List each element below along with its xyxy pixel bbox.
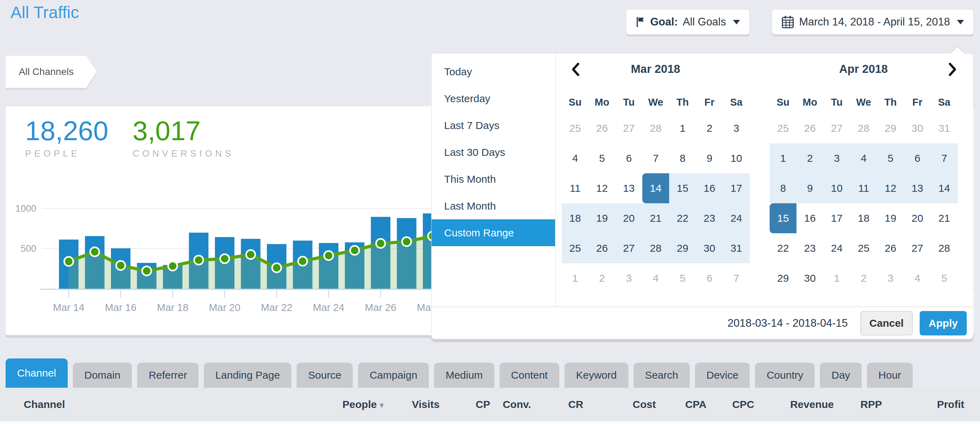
calendar-day[interactable]: 14	[931, 173, 958, 203]
column-cp[interactable]: CP	[439, 399, 490, 410]
column-header-cost[interactable]: Cost	[633, 399, 656, 410]
calendar-day[interactable]: 5	[877, 143, 904, 173]
calendar-day[interactable]: 13	[616, 173, 642, 203]
calendar-day[interactable]: 28	[931, 233, 958, 263]
column-header-visits[interactable]: Visits	[412, 399, 440, 410]
column-header-cr[interactable]: CR	[568, 399, 583, 410]
date-range-button[interactable]: March 14, 2018 - April 15, 2018	[772, 10, 974, 35]
preset-this-month[interactable]: This Month	[431, 166, 555, 192]
column-cr[interactable]: CR	[531, 399, 583, 410]
calendar-day[interactable]: 3	[616, 263, 642, 293]
calendar-day[interactable]: 31	[723, 233, 750, 263]
calendar-day[interactable]: 16	[797, 203, 823, 233]
tab-search[interactable]: Search	[633, 363, 690, 388]
preset-today[interactable]: Today	[431, 58, 555, 85]
calendar-day[interactable]: 20	[616, 203, 642, 233]
calendar-day[interactable]: 5	[669, 263, 696, 293]
calendar-day[interactable]: 5	[931, 263, 958, 293]
tab-hour[interactable]: Hour	[867, 363, 913, 388]
calendar-day[interactable]: 4	[904, 263, 931, 293]
cancel-button[interactable]: Cancel	[860, 311, 913, 335]
calendar-day[interactable]: 30	[904, 113, 931, 143]
calendar-day[interactable]: 2	[797, 143, 823, 173]
column-visits[interactable]: Visits	[384, 399, 439, 410]
calendar-day[interactable]: 8	[770, 173, 797, 203]
calendar-day[interactable]: 27	[616, 233, 642, 263]
tab-medium[interactable]: Medium	[434, 363, 494, 388]
calendar-day[interactable]: 31	[931, 113, 958, 143]
calendar-day[interactable]: 15	[669, 173, 696, 203]
calendar-day[interactable]: 29	[770, 263, 797, 293]
calendar-day[interactable]: 17	[823, 203, 850, 233]
column-revenue[interactable]: Revenue	[754, 399, 834, 410]
column-people[interactable]: People▾	[314, 399, 384, 410]
calendar-day[interactable]: 8	[669, 143, 696, 173]
tab-device[interactable]: Device	[695, 363, 750, 388]
calendar-day[interactable]: 9	[797, 173, 823, 203]
calendar-day[interactable]: 12	[589, 173, 616, 203]
calendar-day[interactable]: 2	[589, 263, 616, 293]
calendar-day[interactable]: 5	[589, 143, 616, 173]
calendar-day-selected[interactable]: 15	[770, 203, 797, 233]
column-cpc[interactable]: CPC	[706, 399, 754, 410]
calendar-day[interactable]: 29	[877, 113, 904, 143]
column-conv-[interactable]: Conv.	[490, 399, 531, 410]
calendar-day[interactable]: 21	[642, 203, 669, 233]
calendar-day[interactable]: 25	[562, 233, 589, 263]
column-header-channel[interactable]: Channel	[24, 399, 65, 410]
column-header-cpc[interactable]: CPC	[732, 399, 754, 410]
calendar-day[interactable]: 22	[770, 233, 797, 263]
calendar-day[interactable]: 11	[562, 173, 589, 203]
goal-selector-button[interactable]: Goal: All Goals	[626, 10, 749, 35]
calendar-day[interactable]: 27	[823, 113, 850, 143]
calendar-day[interactable]: 18	[850, 203, 877, 233]
tab-landing-page[interactable]: Landing Page	[204, 363, 291, 388]
preset-last-7-days[interactable]: Last 7 Days	[431, 112, 555, 139]
calendar-day[interactable]: 28	[642, 233, 669, 263]
calendar-day[interactable]: 26	[589, 113, 616, 143]
column-cpa[interactable]: CPA	[656, 399, 706, 410]
calendar-day[interactable]: 1	[669, 113, 696, 143]
calendar-day[interactable]: 7	[931, 143, 958, 173]
calendar-day[interactable]: 28	[850, 113, 877, 143]
column-header-profit[interactable]: Profit	[937, 399, 964, 410]
column-header-conv-[interactable]: Conv.	[503, 399, 531, 410]
calendar-day[interactable]: 2	[850, 263, 877, 293]
calendar-day[interactable]: 4	[642, 263, 669, 293]
tab-source[interactable]: Source	[296, 363, 353, 388]
calendar-day[interactable]: 25	[850, 233, 877, 263]
apply-button[interactable]: Apply	[920, 311, 967, 335]
column-rpp[interactable]: RPP	[834, 399, 882, 410]
calendar-day[interactable]: 19	[877, 203, 904, 233]
calendar-day[interactable]: 4	[850, 143, 877, 173]
tab-country[interactable]: Country	[755, 363, 815, 388]
calendar-day[interactable]: 4	[562, 143, 589, 173]
calendar-day[interactable]: 1	[770, 143, 797, 173]
calendar-day[interactable]: 17	[723, 173, 750, 203]
calendar-day[interactable]: 16	[696, 173, 723, 203]
calendar-day[interactable]: 6	[696, 263, 723, 293]
calendar-day[interactable]: 18	[562, 203, 589, 233]
calendar-day[interactable]: 27	[616, 113, 642, 143]
tab-day[interactable]: Day	[820, 363, 861, 388]
calendar-day[interactable]: 6	[616, 143, 642, 173]
calendar-day[interactable]: 23	[797, 233, 823, 263]
calendar-day[interactable]: 6	[904, 143, 931, 173]
preset-last-30-days[interactable]: Last 30 Days	[431, 139, 555, 166]
tab-campaign[interactable]: Campaign	[358, 363, 429, 388]
column-channel[interactable]: Channel	[24, 399, 314, 410]
calendar-day[interactable]: 30	[696, 233, 723, 263]
breadcrumb-all-channels[interactable]: All Channels	[6, 56, 97, 88]
calendar-day[interactable]: 26	[797, 113, 823, 143]
calendar-day[interactable]: 24	[723, 203, 750, 233]
column-header-cp[interactable]: CP	[476, 399, 490, 410]
column-header-cpa[interactable]: CPA	[685, 399, 706, 410]
tab-domain[interactable]: Domain	[73, 363, 132, 388]
calendar-day[interactable]: 2	[696, 113, 723, 143]
calendar-day[interactable]: 11	[850, 173, 877, 203]
tab-content[interactable]: Content	[500, 363, 559, 388]
column-header-rpp[interactable]: RPP	[860, 399, 882, 410]
calendar-day[interactable]: 25	[770, 113, 797, 143]
calendar-day[interactable]: 30	[797, 263, 823, 293]
column-cost[interactable]: Cost	[583, 399, 656, 410]
